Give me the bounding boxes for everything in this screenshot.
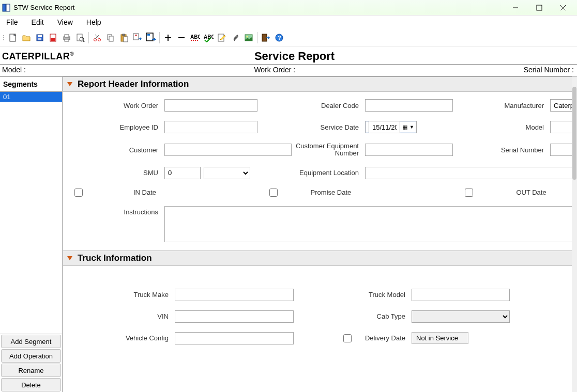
- import-icon[interactable]: [131, 31, 144, 44]
- minimize-button[interactable]: [504, 1, 527, 15]
- svg-rect-23: [109, 36, 113, 41]
- menu-bar: File Edit View Help: [0, 15, 577, 29]
- new-doc-icon[interactable]: [6, 31, 20, 44]
- open-folder-icon[interactable]: [20, 31, 33, 44]
- chk-promise-date[interactable]: [269, 189, 278, 197]
- svg-rect-40: [262, 34, 267, 41]
- paste-icon[interactable]: [117, 31, 131, 44]
- export-icon[interactable]: [144, 31, 158, 44]
- rename-button[interactable]: Rename: [1, 364, 61, 377]
- input-vin[interactable]: [175, 310, 294, 323]
- input-truck-make[interactable]: [175, 289, 294, 301]
- label-equip-location: Equipment Location: [295, 169, 362, 177]
- svg-rect-8: [38, 35, 42, 37]
- section-header-truck[interactable]: Truck Information: [63, 250, 572, 266]
- collapse-icon: [67, 82, 72, 86]
- label-work-order: Work Order: [68, 102, 161, 109]
- input-cust-equip-no[interactable]: [365, 144, 453, 156]
- edit-note-icon[interactable]: [215, 31, 229, 44]
- input-equip-location[interactable]: [365, 167, 577, 179]
- svg-rect-27: [133, 34, 139, 40]
- insert-image-icon[interactable]: [242, 31, 255, 44]
- minus-icon[interactable]: [175, 31, 188, 44]
- label-serial-number: Serial Number: [495, 146, 547, 154]
- select-smu-unit[interactable]: [204, 167, 250, 179]
- label-out-date: OUT Date: [479, 189, 552, 196]
- model-label: Model :: [2, 66, 26, 74]
- dropdown-icon: ▼: [409, 124, 414, 130]
- input-smu[interactable]: [164, 167, 201, 179]
- sidebar-buttons: Add Segment Add Operation Rename Delete: [0, 334, 62, 392]
- chk-delivery-date[interactable]: [343, 334, 352, 342]
- save-icon[interactable]: [33, 31, 47, 44]
- label-vehicle-config: Vehicle Config: [68, 334, 172, 342]
- sidebar: Segments 01 Add Segment Add Operation Re…: [0, 76, 63, 392]
- chk-in-date[interactable]: [74, 189, 83, 197]
- segment-item[interactable]: 01: [0, 92, 62, 102]
- pdf-icon[interactable]: [47, 31, 60, 44]
- add-operation-button[interactable]: Add Operation: [1, 349, 61, 363]
- label-dealer-code: Dealer Code: [295, 102, 362, 109]
- svg-rect-0: [3, 4, 6, 11]
- label-manufacturer: Manufacturer: [495, 102, 547, 109]
- segments-list: 01: [0, 92, 62, 334]
- report-title: Service Report: [74, 50, 515, 63]
- label-delivery-date: Delivery Date: [357, 334, 408, 342]
- svg-rect-28: [135, 35, 137, 36]
- brand-logo: CATERPILLAR®: [2, 51, 74, 62]
- delivery-status[interactable]: Not in Service: [412, 332, 468, 344]
- svg-rect-26: [124, 37, 128, 42]
- print-icon[interactable]: [60, 31, 73, 44]
- spellcheck-icon[interactable]: ABC: [202, 31, 215, 44]
- help-icon[interactable]: ?: [272, 31, 286, 44]
- attach-icon[interactable]: [229, 31, 242, 44]
- label-model: Model: [495, 123, 547, 131]
- delete-button[interactable]: Delete: [1, 378, 61, 391]
- label-service-date: Service Date: [295, 123, 362, 131]
- toolbar-grip: [2, 32, 5, 44]
- add-segment-button[interactable]: Add Segment: [1, 335, 61, 348]
- print-preview-icon[interactable]: [73, 31, 87, 44]
- input-service-date[interactable]: ▦ ▼: [365, 121, 417, 133]
- label-truck-make: Truck Make: [68, 291, 172, 299]
- label-in-date: IN Date: [89, 189, 161, 196]
- exit-icon[interactable]: [259, 31, 272, 44]
- input-instructions[interactable]: [164, 206, 577, 242]
- menu-edit[interactable]: Edit: [29, 17, 46, 27]
- label-vin: VIN: [68, 312, 172, 320]
- label-cust-equip-no: Customer Equipment Number: [295, 143, 362, 158]
- close-button[interactable]: [551, 1, 575, 15]
- page-header: CATERPILLAR® Service Report: [0, 46, 577, 64]
- spellcheck-dash-icon[interactable]: ABC: [188, 31, 202, 44]
- chk-out-date[interactable]: [465, 189, 473, 197]
- sidebar-header: Segments: [0, 76, 62, 92]
- input-truck-model[interactable]: [412, 289, 510, 301]
- scrollbar-thumb[interactable]: [572, 87, 576, 180]
- app-icon: [2, 4, 10, 12]
- svg-rect-30: [147, 34, 150, 36]
- menu-help[interactable]: Help: [84, 17, 103, 27]
- toolbar: ABC ABC ?: [0, 29, 577, 46]
- input-customer[interactable]: [164, 144, 292, 156]
- menu-file[interactable]: File: [4, 17, 20, 27]
- service-date-text[interactable]: [369, 121, 400, 133]
- input-work-order[interactable]: [164, 99, 257, 112]
- label-smu: SMU: [68, 169, 161, 177]
- vertical-scrollbar[interactable]: [572, 76, 577, 392]
- cut-icon[interactable]: [90, 31, 104, 44]
- maximize-button[interactable]: [527, 1, 551, 15]
- collapse-icon: [67, 256, 72, 260]
- section-truck-info: Truck Information Truck Make Truck Model…: [63, 250, 572, 350]
- work-order-label: Work Order :: [254, 66, 295, 74]
- svg-text:?: ?: [278, 35, 281, 41]
- plus-icon[interactable]: [161, 31, 175, 44]
- svg-point-18: [94, 38, 97, 41]
- copy-icon[interactable]: [104, 31, 117, 44]
- input-dealer-code[interactable]: [365, 99, 453, 112]
- content-area: Report Header Information Work Order Dea…: [63, 76, 577, 392]
- input-employee-id[interactable]: [164, 121, 257, 133]
- input-vehicle-config[interactable]: [175, 332, 294, 344]
- select-cab-type[interactable]: [412, 310, 510, 323]
- menu-view[interactable]: View: [55, 17, 75, 27]
- section-header-rhi[interactable]: Report Header Information: [63, 76, 572, 92]
